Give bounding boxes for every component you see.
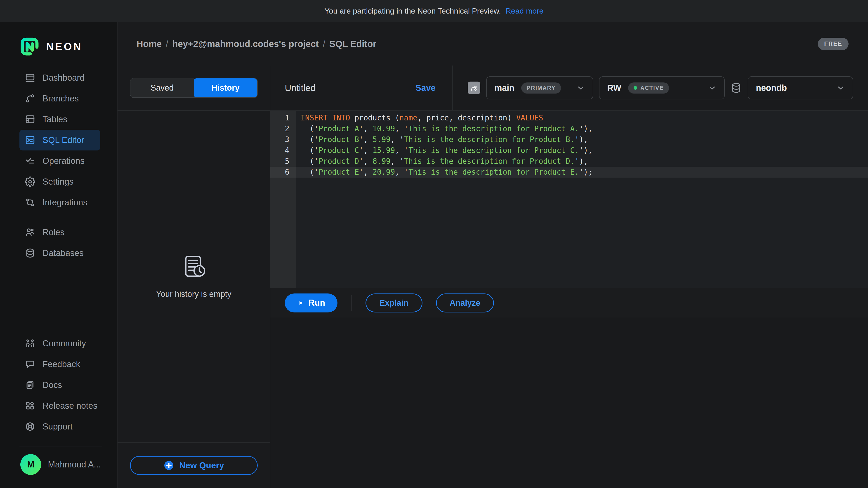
token-str: Product A (318, 124, 359, 133)
sidebar-item-community[interactable]: Community (20, 333, 100, 354)
token-pl: , (364, 135, 373, 144)
code-text: ('Product C', 15.99, 'This is the descri… (296, 145, 593, 156)
token-pl: ( (301, 146, 314, 155)
active-badge-label: ACTIVE (640, 85, 664, 91)
sidebar-item-support[interactable]: Support (20, 416, 100, 437)
sidebar-item-label: Tables (42, 115, 67, 124)
breadcrumb-segment[interactable]: SQL Editor (329, 39, 376, 49)
analyze-button[interactable]: Analyze (436, 293, 494, 313)
token-q: ' (359, 146, 364, 155)
token-pl: , (364, 146, 373, 155)
tab-saved[interactable]: Saved (130, 78, 194, 97)
token-q: ' (404, 146, 408, 155)
history-toolbar: SavedHistory (118, 66, 270, 111)
plus-circle-icon (163, 460, 174, 471)
token-pl: , (364, 124, 373, 133)
sidebar-item-sql-editor[interactable]: SQL Editor (20, 130, 100, 151)
line-number: 4 (270, 145, 296, 156)
token-pl: , (364, 168, 373, 176)
banner-text: You are participating in the Neon Techni… (324, 6, 501, 15)
sidebar-item-integrations[interactable]: Integrations (20, 192, 100, 213)
sidebar-item-dashboard[interactable]: Dashboard (20, 67, 100, 88)
code-line-1[interactable]: 1INSERT INTO products (name, price, desc… (270, 112, 868, 123)
breadcrumb-segment[interactable]: Home (136, 39, 162, 49)
history-empty-icon (179, 254, 208, 282)
branch-name: main (494, 83, 515, 93)
saved-history-tabs: SavedHistory (130, 78, 258, 98)
sidebar-nav-secondary: RolesDatabases (0, 222, 117, 263)
token-num: 20.99 (373, 168, 395, 176)
sidebar-item-label: Feedback (42, 359, 80, 369)
database-icon (25, 248, 35, 258)
play-icon (297, 300, 304, 306)
code-line-4[interactable]: 4 ('Product C', 15.99, 'This is the desc… (270, 145, 868, 156)
sidebar-item-roles[interactable]: Roles (20, 222, 100, 242)
user-menu[interactable]: M Mahmoud A... (20, 454, 117, 475)
sidebar-item-label: Community (42, 339, 86, 348)
connection-bar: main PRIMARY RW ACTIVE (453, 66, 868, 110)
status-dot (633, 86, 637, 90)
database-selector[interactable]: neondb (748, 76, 853, 99)
code-line-2[interactable]: 2 ('Product A', 10.99, 'This is the desc… (270, 123, 868, 134)
editor-toolbar: Untitled Save main (270, 66, 868, 111)
neon-logo-icon (20, 36, 40, 57)
checklist-icon (25, 156, 35, 166)
dashboard-icon (25, 72, 35, 83)
breadcrumb-segment[interactable]: hey+2@mahmoud.codes's project (172, 39, 319, 49)
code-line-6[interactable]: 6 ('Product E', 20.99, 'This is the desc… (270, 167, 868, 177)
actions-divider (351, 295, 351, 311)
token-q: ' (359, 157, 364, 166)
token-q: ' (359, 124, 364, 133)
token-q: ' (359, 168, 364, 176)
token-str: This is the description for Product D. (404, 157, 575, 166)
code-text: ('Product B', 5.99, 'This is the descrip… (296, 134, 588, 145)
sidebar-item-docs[interactable]: Docs (20, 375, 100, 395)
sidebar-item-label: Databases (42, 248, 84, 258)
sidebar: NEON DashboardBranchesTablesSQL EditorOp… (0, 22, 118, 488)
neon-logo[interactable]: NEON (20, 36, 117, 57)
code-line-5[interactable]: 5 ('Product D', 8.99, 'This is the descr… (270, 156, 868, 167)
git-branch-icon (25, 93, 35, 104)
user-name: Mahmoud A... (48, 460, 101, 469)
history-empty-text: Your history is empty (156, 289, 231, 299)
read-more-link[interactable]: Read more (505, 6, 544, 15)
branch-selector[interactable]: main PRIMARY (486, 76, 593, 99)
code-line-3[interactable]: 3 ('Product B', 5.99, 'This is the descr… (270, 134, 868, 145)
token-q: ' (314, 168, 319, 176)
sidebar-item-label: Settings (42, 177, 73, 187)
sidebar-item-databases[interactable]: Databases (20, 242, 100, 263)
token-q: ' (404, 124, 408, 133)
page-header: Home/hey+2@mahmoud.codes's project/SQL E… (118, 22, 868, 66)
compute-name: RW (607, 83, 621, 93)
table-icon (25, 114, 35, 125)
token-pl: ), (584, 146, 593, 155)
run-button[interactable]: Run (285, 293, 338, 313)
tab-history[interactable]: History (194, 78, 257, 97)
sidebar-item-operations[interactable]: Operations (20, 151, 100, 171)
token-str: Product D (318, 157, 359, 166)
sidebar-item-tables[interactable]: Tables (20, 109, 100, 130)
token-str: This is the description for Product E. (408, 168, 579, 176)
run-label: Run (309, 298, 325, 308)
code-text: INSERT INTO products (name, price, descr… (296, 112, 543, 123)
save-button[interactable]: Save (415, 83, 436, 93)
explain-button[interactable]: Explain (366, 293, 423, 313)
line-number: 2 (270, 123, 296, 134)
branch-icon-button[interactable] (468, 82, 480, 94)
sidebar-item-release-notes[interactable]: Release notes (20, 395, 100, 416)
token-str: Product E (318, 168, 359, 176)
new-query-button[interactable]: New Query (130, 456, 258, 475)
docs-icon (25, 380, 35, 390)
sidebar-item-settings[interactable]: Settings (20, 171, 100, 192)
token-pl: , (364, 157, 373, 166)
sidebar-nav-main: DashboardBranchesTablesSQL EditorOperati… (0, 67, 117, 213)
sidebar-item-label: Operations (42, 156, 85, 166)
sidebar-item-feedback[interactable]: Feedback (20, 354, 100, 375)
token-num: 15.99 (373, 146, 395, 155)
compute-selector[interactable]: RW ACTIVE (599, 76, 725, 99)
new-query-bar: New Query (118, 442, 270, 488)
breadcrumb-separator: / (323, 39, 325, 49)
sidebar-item-branches[interactable]: Branches (20, 88, 100, 109)
sql-code-editor[interactable]: 1INSERT INTO products (name, price, desc… (270, 111, 868, 288)
query-title[interactable]: Untitled (285, 83, 315, 93)
